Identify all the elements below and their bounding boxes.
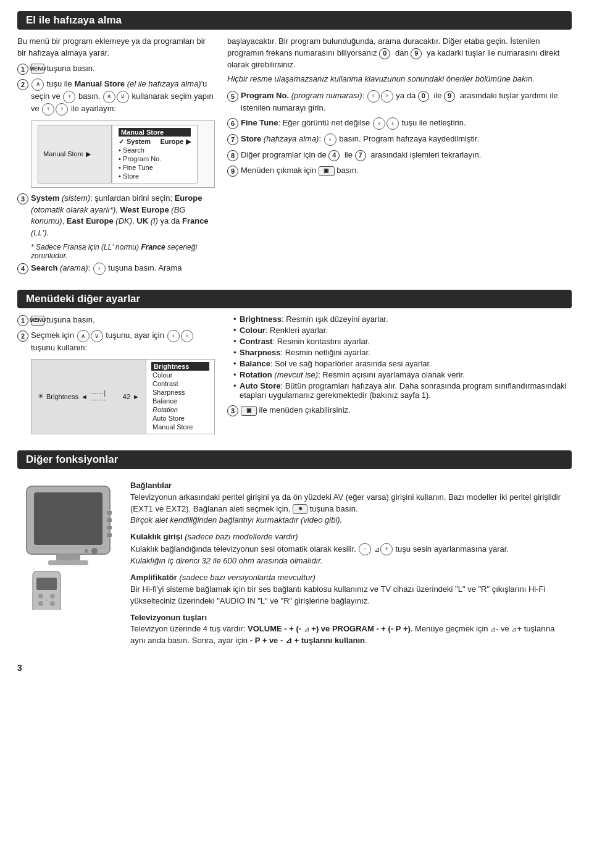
section1-left: Bu menü bir program eklemeye ya da progr… (17, 36, 215, 279)
left3-icon: ‹ (167, 330, 180, 342)
bullet-contrast: Contrast: Resmin kontastını ayarlar. (233, 337, 572, 346)
svg-rect-4 (107, 511, 112, 515)
four-icon: 4 (328, 150, 340, 161)
right-icon: › (63, 91, 75, 103)
svg-point-13 (38, 594, 43, 599)
s2-step3-num: 3 (227, 405, 238, 416)
section1-right: başlayacaktır. Bir program bulunduğunda,… (227, 36, 572, 279)
bullet-rotation: Rotation (mevcut ise): Resmin açısını ay… (233, 370, 572, 379)
menu2-manualstore: Manual Store (151, 423, 209, 431)
page-number: 3 (17, 663, 572, 673)
menu2-rotation: Rotation (151, 405, 209, 414)
svg-rect-2 (56, 554, 80, 560)
menu2-autostore: Auto Store (151, 414, 209, 423)
menu1-left: Manual Store ▶ (38, 125, 112, 183)
section2-header: Menüdeki diğer ayarlar (17, 290, 572, 308)
section-menuayarlar: Menüdeki diğer ayarlar 1 MENU tuşuna bas… (17, 290, 572, 439)
seven-icon: 7 (355, 150, 366, 161)
menu1-store: • Store (119, 172, 191, 180)
step7-text: Store (hafızaya alma): › basın. Program … (241, 133, 572, 146)
step3-note: * Sadece Fransa için (LL' normu) France … (31, 243, 215, 260)
baglantilar-note: Birçok alet kendiliğinden bağlantıyı kur… (130, 515, 342, 525)
menu1-right: Manual Store ✓ System Europe ▶ • Search … (112, 125, 198, 183)
up-icon: ∧ (31, 78, 44, 91)
exit2-key-icon: ▣ (241, 406, 257, 416)
brightness-right-arrow: ► (133, 393, 140, 400)
svg-rect-1 (34, 492, 102, 545)
step1-5: 5 Program No. (program numarası): ‹› ya … (227, 90, 572, 114)
menu1-left-label: Manual Store (43, 150, 83, 158)
step6-num: 6 (227, 118, 238, 129)
svg-point-15 (38, 601, 43, 606)
plus-icon: + (380, 543, 393, 555)
bullet-brightness: Brightness: Resmin ışık düzeyini ayarlar… (233, 314, 572, 324)
step2-3: 3 ▣ ile menüden çıkabilirsiniz. (227, 405, 572, 416)
menu2-diagram: ☀ Brightness ◄ ······|······· 42 ► Brigh… (31, 359, 215, 434)
right3-icon: › (93, 263, 106, 275)
diger-right: Bağlantılar Televizyonun arkasındaki per… (130, 480, 572, 652)
menu1-arrow: ▶ (86, 150, 91, 158)
rr-icon: › (381, 90, 393, 103)
brightness-value: 42 (123, 393, 130, 400)
kulaklik-section: Kulaklık girişi (sadece bazı modellerde … (130, 531, 572, 567)
brightness-bar: ☀ Brightness ◄ ······|······· 42 ► (38, 390, 140, 403)
section2-bullet-list: Brightness: Resmin ışık düzeyini ayarlar… (233, 314, 572, 400)
step8-num: 8 (227, 150, 238, 161)
step1-8: 8 Diğer programlar için de 4 ile 7 arası… (227, 150, 572, 161)
step2-text: ∧ tuşu ile Manual Store (el ile hafızaya… (31, 78, 215, 116)
up2-icon: ∧ (103, 91, 115, 103)
tuslar-section: Televizyonun tuşları Televizyon üzerinde… (130, 612, 572, 647)
step9-num: 9 (227, 166, 238, 177)
menu2-contrast: Contrast (151, 379, 209, 388)
s2-step2-text: Seçmek için ∧∨ tuşunu, ayar için ‹› tuşu… (31, 330, 215, 354)
svg-rect-11 (33, 571, 61, 610)
s2-step1-num: 1 (17, 315, 28, 326)
brightness-label: Brightness (46, 393, 78, 400)
menu2-balance: Balance (151, 397, 209, 405)
svg-point-17 (44, 598, 48, 602)
kulaklik-text: Kulaklık bağlandığında televizyonun sesi… (130, 544, 509, 554)
step1-num: 1 (17, 64, 28, 75)
section1-right-note: Hiçbir resme ulaşamazsanız kullanma klav… (227, 74, 572, 85)
right2-icon: › (56, 103, 68, 116)
svg-rect-7 (107, 533, 112, 537)
ext-key-icon: ⊕ (293, 504, 307, 514)
step2-num: 2 (17, 79, 28, 90)
up3-icon: ∧ (77, 330, 90, 342)
left2-icon: ‹ (42, 103, 54, 116)
menu2-brightness: Brightness (151, 362, 209, 371)
tv-svg (20, 480, 116, 610)
menu-key-icon: MENU (31, 64, 44, 74)
svg-point-14 (50, 594, 55, 599)
menu1-diagram: Manual Store ▶ Manual Store ✓ System Eur… (31, 120, 215, 188)
kulaklik-direnç: Kulaklığın iç direnci 32 ile 600 ohm ara… (130, 556, 323, 565)
step5-text: Program No. (program numarası): ‹› ya da… (241, 90, 572, 114)
amplifikator-title: Amplifikatör (130, 573, 177, 582)
step1-7: 7 Store (hafızaya alma): › basın. Progra… (227, 133, 572, 146)
menu1-search: • Search (119, 146, 191, 154)
section1-right-para1: başlayacaktır. Bir program bulunduğunda,… (227, 36, 572, 71)
step7-num: 7 (227, 134, 238, 145)
amplifikator-note: (sadece bazı versiyonlarda mevcuttur) (177, 573, 315, 582)
zero2-icon: 0 (418, 91, 429, 102)
lr2-icon: ‹ (373, 117, 385, 130)
right4-icon: › (324, 133, 336, 146)
bullet-colour: Colour: Renkleri ayarlar. (233, 326, 572, 335)
s2-step1-text: MENU tuşuna basın. (31, 314, 215, 326)
lr-icon: ‹ (367, 90, 380, 103)
section1-intro-text: Bu menü bir program eklemeye ya da progr… (17, 36, 215, 59)
baglantilar-text: Televizyonun arkasındaki peritel girişin… (130, 492, 561, 513)
step1-text: MENU tuşuna basın. (31, 63, 215, 75)
menu2-left: ☀ Brightness ◄ ······|······· 42 ► (31, 360, 146, 434)
step5-num: 5 (227, 91, 238, 102)
diger-container: Bağlantılar Televizyonun arkasındaki per… (17, 480, 572, 652)
menu2-sharpness: Sharpness (151, 388, 209, 397)
menu1-progno: • Program No. (119, 154, 191, 163)
menu1-finetune: • Fine Tune (119, 163, 191, 172)
brightness-icon-dot: ☀ (38, 392, 44, 400)
tuslar-text: Televizyon üzerinde 4 tuş vardır: VOLUME… (130, 624, 555, 645)
down3-icon: ∨ (91, 330, 103, 342)
step9-text: Menüden çıkmak için ▣ basın. (241, 165, 572, 177)
step8-text: Diğer programlar için de 4 ile 7 arasınd… (241, 150, 572, 161)
menu1-title: Manual Store (119, 128, 191, 137)
